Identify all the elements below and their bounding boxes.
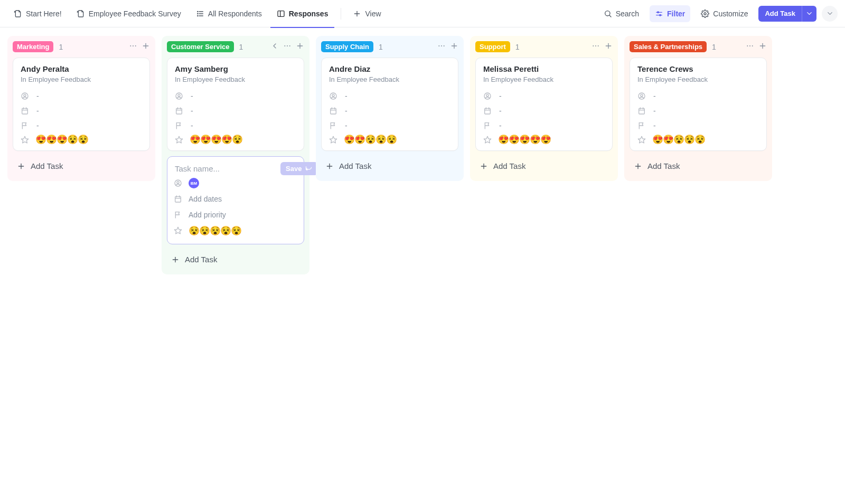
add-task-button[interactable]: Add Task: [758, 6, 816, 22]
card-priority-row[interactable]: -: [483, 118, 605, 133]
flag-icon: [483, 121, 492, 130]
column-add-task-button[interactable]: Add Task: [162, 250, 227, 269]
card-rating-row[interactable]: 😍😍😍😵😵: [21, 134, 142, 145]
task-card[interactable]: Andy Peralta In Employee Feedback - - - …: [13, 58, 150, 151]
column-pill[interactable]: Marketing: [13, 41, 53, 52]
tab-start-here-[interactable]: Start Here!: [7, 0, 68, 27]
column-pill[interactable]: Support: [475, 41, 510, 52]
column-menu-button[interactable]: [129, 42, 137, 52]
task-card[interactable]: Melissa Peretti In Employee Feedback - -…: [475, 58, 613, 151]
new-task-dates-row[interactable]: Add dates: [174, 191, 297, 207]
column-pill[interactable]: Customer Service: [167, 41, 234, 52]
column-pill[interactable]: Supply Chain: [321, 41, 373, 52]
task-card[interactable]: Terence Crews In Employee Feedback - - -…: [630, 58, 767, 151]
collapse-button[interactable]: [822, 6, 838, 22]
board-icon: [277, 9, 285, 18]
card-date-row[interactable]: -: [329, 103, 450, 118]
search-button[interactable]: Search: [598, 5, 644, 22]
card-rating-value: 😍😍😍😍😵: [190, 134, 242, 145]
card-assignee-row[interactable]: -: [175, 89, 296, 103]
star-icon: [637, 136, 646, 144]
column-add-button[interactable]: [142, 42, 150, 52]
card-location: In Employee Feedback: [175, 75, 296, 83]
card-priority-row[interactable]: -: [637, 118, 759, 133]
column-count: 1: [239, 43, 243, 51]
column-add-button[interactable]: [296, 42, 304, 52]
add-view-button[interactable]: View: [348, 5, 386, 22]
card-date-row[interactable]: -: [175, 103, 296, 118]
column-count: 1: [59, 43, 63, 51]
calendar-icon: [175, 107, 183, 115]
add-priority-label: Add priority: [189, 211, 226, 219]
task-card[interactable]: Andre Diaz In Employee Feedback - - - 😍😍…: [321, 58, 458, 151]
calendar-icon: [329, 107, 337, 115]
card-rating-row[interactable]: 😍😍😵😵😵: [329, 134, 450, 145]
add-dates-label: Add dates: [189, 195, 222, 203]
task-card[interactable]: Amy Samberg In Employee Feedback - - - 😍…: [167, 58, 304, 151]
column-menu-button[interactable]: [437, 42, 446, 52]
tab-responses[interactable]: Responses: [270, 0, 335, 27]
new-task-name-input[interactable]: [174, 164, 276, 174]
card-rating-row[interactable]: 😍😍😍😍😵: [175, 134, 296, 145]
card-assignee-value: -: [36, 92, 39, 100]
new-task-assignee-row[interactable]: BM: [174, 175, 297, 191]
user-icon: [329, 92, 337, 100]
column-add-task-button[interactable]: Add Task: [624, 156, 689, 176]
user-icon: [483, 92, 492, 100]
add-task-dropdown[interactable]: [802, 6, 816, 22]
column-header: Marketing 1: [7, 36, 155, 58]
card-priority-value: -: [345, 121, 348, 130]
column-menu-button[interactable]: [283, 42, 292, 52]
column-add-button[interactable]: [604, 42, 613, 52]
card-date-row[interactable]: -: [637, 103, 759, 118]
column-add-task-button[interactable]: Add Task: [7, 156, 72, 176]
filter-label: Filter: [667, 9, 685, 18]
tab-employee-feedback-survey[interactable]: Employee Feedback Survey: [70, 0, 187, 27]
card-rating-row[interactable]: 😍😍😵😵😵: [637, 134, 759, 145]
card-rating-value: 😍😍😵😵😵: [344, 134, 397, 145]
flag-icon: [21, 121, 29, 130]
card-assignee-row[interactable]: -: [21, 89, 142, 103]
card-assignee-row[interactable]: -: [637, 89, 759, 103]
list-icon: [196, 9, 204, 18]
card-title: Melissa Peretti: [483, 64, 605, 73]
card-date-row[interactable]: -: [483, 103, 605, 118]
flag-icon: [329, 121, 337, 130]
card-assignee-row[interactable]: -: [483, 89, 605, 103]
new-task-rating-value: 😵😵😵😵😵: [189, 225, 241, 236]
add-task-label: Add Task: [31, 161, 63, 170]
column-add-task-button[interactable]: Add Task: [470, 156, 535, 176]
new-task-save-button[interactable]: Save: [280, 162, 318, 175]
board: Marketing 1 Andy Peralta In Employee Fee…: [0, 27, 845, 283]
column-count: 1: [515, 43, 520, 51]
assignee-avatar[interactable]: BM: [189, 178, 199, 188]
card-priority-value: -: [499, 121, 502, 130]
filter-button[interactable]: Filter: [650, 5, 690, 22]
column-actions: [746, 42, 767, 52]
column-add-task-button[interactable]: Add Task: [316, 156, 381, 176]
column-menu-button[interactable]: [746, 42, 754, 52]
column-actions: [129, 42, 150, 52]
doc-pin-icon: [77, 9, 85, 18]
star-icon: [483, 136, 492, 144]
new-task-card: Save BM Add dates Add priority 😵😵😵😵😵: [167, 156, 304, 244]
new-task-priority-row[interactable]: Add priority: [174, 207, 297, 223]
card-date-row[interactable]: -: [21, 103, 142, 118]
card-priority-row[interactable]: -: [329, 118, 450, 133]
column-pill[interactable]: Sales & Partnerships: [630, 41, 707, 52]
card-priority-row[interactable]: -: [175, 118, 296, 133]
card-priority-row[interactable]: -: [21, 118, 142, 133]
new-task-rating-row[interactable]: 😵😵😵😵😵: [174, 223, 297, 239]
card-assignee-row[interactable]: -: [329, 89, 450, 103]
column-menu-button[interactable]: [592, 42, 600, 52]
card-title: Andy Peralta: [21, 64, 142, 73]
column-add-button[interactable]: [450, 42, 458, 52]
card-date-value: -: [345, 107, 348, 115]
plus-icon: [17, 162, 25, 170]
card-rating-row[interactable]: 😍😍😍😍😍: [483, 134, 605, 145]
customize-button[interactable]: Customize: [696, 5, 753, 22]
column-supply-chain: Supply Chain 1 Andre Diaz In Employee Fe…: [316, 36, 464, 181]
column-add-button[interactable]: [758, 42, 767, 52]
column-back-button[interactable]: [270, 42, 279, 52]
tab-all-respondents[interactable]: All Respondents: [190, 0, 268, 27]
